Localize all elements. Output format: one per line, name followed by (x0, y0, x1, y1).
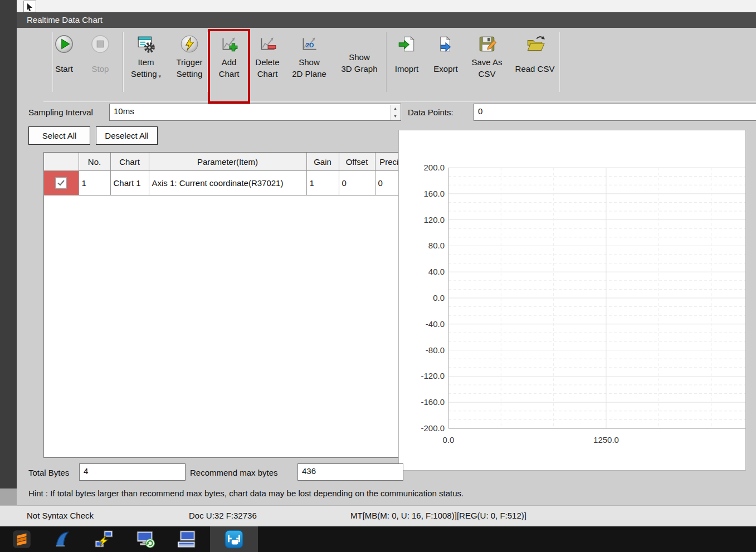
select-all-button[interactable]: Select All (28, 126, 90, 145)
row-checkbox-cell[interactable] (44, 171, 79, 196)
motion-tool-icon (223, 529, 245, 550)
taskbar-item-network-connect[interactable] (84, 526, 125, 552)
table-header-row: No. Chart Parameter(Item) Gain Offset Pr… (44, 153, 418, 171)
hint-text: Hint : If total bytes larger than recomm… (28, 489, 464, 498)
col-offset: Offset (339, 153, 375, 171)
add-chart-icon (219, 32, 239, 56)
ide-left-panel-edge-lower (0, 489, 17, 505)
toolbox-strip (17, 0, 756, 13)
svg-text:2D: 2D (306, 41, 314, 48)
y-axis-tick-label: 200.0 (400, 162, 445, 174)
spinner-up-icon[interactable]: ▲ (393, 106, 397, 110)
recommend-max-bytes-field[interactable]: 436 (297, 463, 403, 481)
check-icon (57, 180, 65, 186)
show-2d-plane-icon: 2D (299, 32, 319, 56)
window-content: Start Stop (17, 28, 756, 505)
toolbar-divider (43, 101, 756, 102)
status-doc: Doc U:32 F:32736 (189, 511, 257, 520)
data-points-field[interactable]: 0 (474, 104, 756, 121)
sublime-text-icon (11, 529, 32, 550)
taskbar-item-wireshark[interactable] (42, 526, 84, 552)
x-axis-tick-label: 1250.0 (581, 434, 631, 446)
realtime-chart-panel[interactable]: 200.0160.0120.080.040.00.0-40.0-80.0-120… (398, 130, 746, 471)
recommend-max-bytes-label: Recommend max bytes (190, 468, 278, 477)
y-axis-tick-label: 80.0 (400, 240, 445, 252)
stop-button[interactable]: Stop (83, 32, 118, 94)
sampling-interval-input[interactable]: 10ms ▲ ▼ (109, 104, 401, 121)
taskbar-item-sublime-text[interactable] (1, 526, 42, 552)
cell-offset[interactable]: 0 (339, 171, 375, 196)
import-button[interactable]: Imoprt (389, 32, 425, 94)
cell-gain[interactable]: 1 (306, 171, 339, 196)
parameter-table[interactable]: No. Chart Parameter(Item) Gain Offset Pr… (43, 152, 418, 458)
col-gain: Gain (306, 153, 339, 171)
save-as-csv-button[interactable]: Save As CSV (466, 32, 508, 94)
item-setting-button[interactable]: Item Setting▾ (124, 32, 168, 94)
save-as-csv-icon (477, 32, 497, 56)
col-check (44, 153, 79, 171)
read-csv-icon (525, 32, 545, 56)
trigger-setting-icon (179, 32, 199, 56)
wireshark-icon (52, 529, 74, 550)
cell-no[interactable]: 1 (79, 171, 110, 196)
start-button[interactable]: Start (47, 32, 81, 94)
x-axis-tick-label: 0.0 (423, 434, 474, 446)
status-bar: Not Syntax Check Doc U:32 F:32736 MT[MB(… (0, 505, 756, 527)
item-setting-icon (136, 32, 156, 56)
export-button[interactable]: Exoprt (428, 32, 464, 94)
item-setting-label: Setting (131, 69, 157, 79)
system-keyboard-icon (176, 529, 197, 550)
select-tool-button[interactable] (23, 1, 36, 12)
toolbar-separator (386, 32, 387, 92)
trigger-setting-button[interactable]: Trigger Setting (169, 32, 209, 94)
show-3d-graph-button[interactable]: Show 3D Graph (334, 32, 384, 94)
y-axis-tick-label: 120.0 (400, 214, 445, 226)
taskbar-item-system-keyboard[interactable] (166, 526, 207, 552)
export-icon (436, 32, 456, 56)
toolbar-separator (123, 32, 124, 92)
add-chart-button[interactable]: Add Chart (212, 32, 246, 94)
dropdown-caret-icon: ▾ (159, 74, 162, 79)
window-title-bar[interactable]: Realtime Data Chart (17, 12, 756, 28)
y-axis-tick-label: 40.0 (400, 266, 445, 278)
y-axis-tick-label: -160.0 (400, 396, 445, 408)
remote-desktop-icon (135, 529, 156, 550)
table-row[interactable]: 1 Chart 1 Axis 1: Current coordinate(R37… (44, 171, 418, 196)
cell-parameter[interactable]: Axis 1: Current coordinate(R37021) (149, 171, 306, 196)
y-axis-tick-label: -80.0 (400, 344, 445, 356)
y-axis-tick-label: -200.0 (400, 422, 445, 434)
y-axis-tick-label: -120.0 (400, 370, 445, 382)
total-bytes-label: Total Bytes (28, 468, 69, 477)
y-axis-tick-label: 0.0 (400, 292, 445, 304)
y-axis-tick-label: -40.0 (400, 318, 445, 330)
read-csv-button[interactable]: Read CSV (511, 32, 558, 94)
sampling-interval-spinner[interactable]: ▲ ▼ (390, 105, 400, 120)
window-title: Realtime Data Chart (27, 15, 103, 25)
import-icon (397, 32, 417, 56)
taskbar-item-motion-tool[interactable] (210, 526, 258, 552)
sampling-interval-value: 10ms (114, 106, 134, 116)
start-icon (54, 32, 74, 56)
taskbar-item-remote-desktop[interactable] (125, 526, 166, 552)
deselect-all-button[interactable]: Deselect All (96, 126, 158, 145)
toolbar-separator (559, 32, 560, 92)
row-checkbox[interactable] (55, 177, 67, 189)
delete-chart-button[interactable]: Delete Chart (251, 32, 284, 94)
sampling-interval-label: Sampling Interval (28, 108, 93, 117)
network-connect-icon (94, 529, 115, 550)
col-parameter: Parameter(Item) (149, 153, 306, 171)
y-axis-tick-label: 160.0 (400, 188, 445, 200)
show-2d-plane-button[interactable]: 2D Show 2D Plane (285, 32, 333, 94)
col-no: No. (79, 153, 110, 171)
status-syntax: Not Syntax Check (27, 511, 94, 520)
data-points-label: Data Points: (408, 108, 453, 117)
total-bytes-field[interactable]: 4 (79, 463, 186, 481)
chart-plot-area (399, 130, 745, 470)
cell-chart[interactable]: Chart 1 (110, 171, 149, 196)
ide-left-panel-edge (0, 0, 17, 489)
cursor-arrow-icon (26, 2, 34, 11)
delete-chart-icon (257, 32, 277, 56)
data-points-value: 0 (478, 106, 482, 116)
taskbar (0, 526, 756, 552)
spinner-down-icon[interactable]: ▼ (393, 114, 397, 118)
